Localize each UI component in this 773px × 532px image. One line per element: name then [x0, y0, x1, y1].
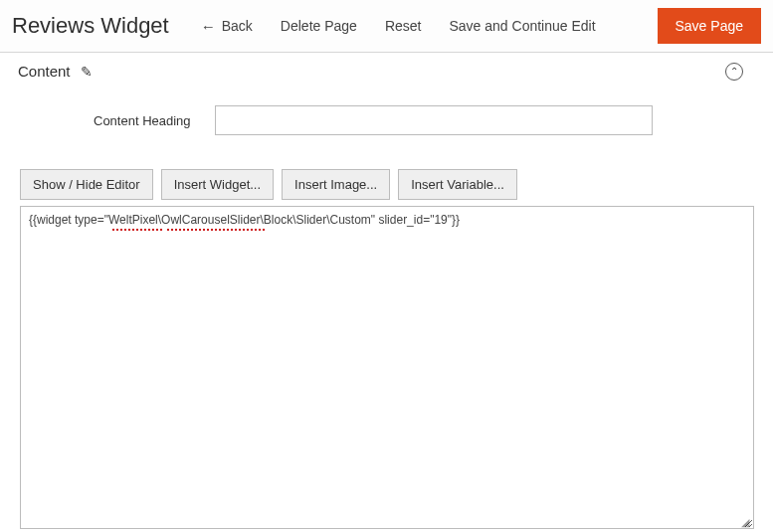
- arrow-left-icon: ←: [201, 18, 216, 35]
- chevron-up-icon[interactable]: ⌃: [725, 63, 743, 81]
- content-heading-row: Content Heading: [20, 105, 753, 135]
- show-hide-editor-button[interactable]: Show / Hide Editor: [20, 169, 153, 200]
- save-continue-button[interactable]: Save and Continue Edit: [449, 18, 595, 34]
- resize-handle-icon: ◢: [741, 516, 751, 526]
- save-page-button[interactable]: Save Page: [658, 8, 762, 44]
- editor-container: ◢: [20, 206, 754, 529]
- pencil-icon[interactable]: ✎: [81, 64, 93, 80]
- back-label: Back: [222, 18, 253, 34]
- insert-widget-button[interactable]: Insert Widget...: [161, 169, 274, 200]
- content-section-header: Content ✎ ⌃: [0, 53, 773, 86]
- editor-toolbar: Show / Hide Editor Insert Widget... Inse…: [20, 169, 753, 200]
- back-button[interactable]: ← Back: [201, 18, 253, 35]
- insert-variable-button[interactable]: Insert Variable...: [398, 169, 517, 200]
- page-title: Reviews Widget: [12, 13, 169, 39]
- section-label: Content: [18, 63, 71, 80]
- content-heading-label: Content Heading: [94, 113, 191, 128]
- content-heading-input[interactable]: [215, 105, 653, 135]
- page-header: Reviews Widget ← Back Delete Page Reset …: [0, 0, 773, 53]
- insert-image-button[interactable]: Insert Image...: [282, 169, 390, 200]
- content-form: Content Heading Show / Hide Editor Inser…: [0, 86, 773, 532]
- content-editor[interactable]: [21, 207, 753, 528]
- delete-page-button[interactable]: Delete Page: [281, 18, 357, 34]
- reset-button[interactable]: Reset: [385, 18, 422, 34]
